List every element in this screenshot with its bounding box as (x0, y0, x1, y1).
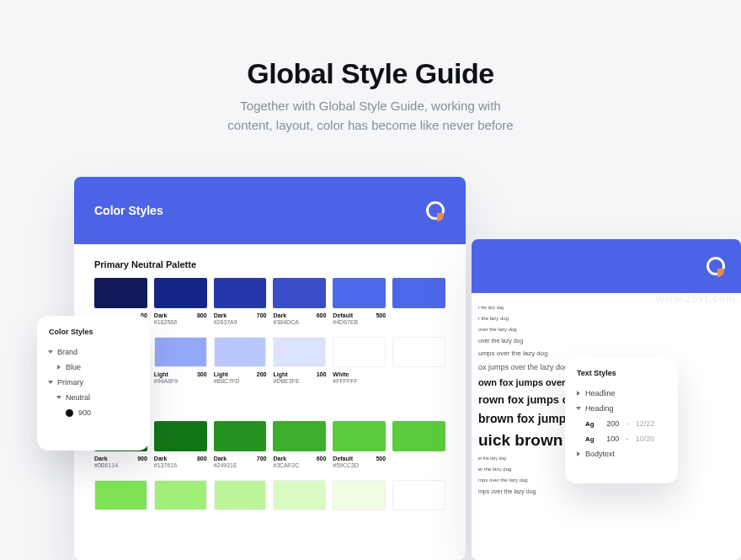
color-swatch[interactable] (154, 480, 207, 510)
color-swatch[interactable]: Default500#4D67EB (333, 278, 386, 325)
color-swatch[interactable]: Dark800#137616 (154, 421, 207, 468)
tree-item-primary[interactable]: Primary (49, 375, 138, 390)
chevron-down-icon (576, 407, 581, 410)
color-swatch[interactable] (392, 480, 445, 510)
color-swatch[interactable] (94, 480, 147, 510)
card-title: Color Styles (94, 204, 163, 217)
chevron-down-icon (48, 381, 53, 384)
color-styles-popover: Color Styles Brand Blue Primary Neutral … (37, 316, 150, 451)
popover-title: Text Styles (577, 369, 666, 377)
color-swatch[interactable]: Default500#59CC3D (333, 421, 386, 468)
brand-logo-icon (425, 200, 445, 221)
color-swatch[interactable] (273, 480, 326, 510)
tree-item-heading[interactable]: Heading (577, 401, 666, 416)
tree-item-900[interactable]: 900 (49, 405, 138, 420)
color-swatch[interactable] (392, 421, 445, 468)
section-primary-title: Primary Neutral Palette (74, 244, 466, 278)
color-swatch[interactable]: White#FFFFFF (333, 337, 386, 384)
type-sample: r the lazy dog (478, 316, 741, 321)
color-swatch[interactable]: Dark700#2637A9 (214, 278, 267, 325)
color-swatch[interactable] (333, 480, 386, 510)
success-swatch-row-2 (74, 473, 466, 510)
popover-title: Color Styles (49, 328, 138, 336)
card-header: Color Styles (74, 177, 466, 244)
color-swatch[interactable]: Dark600#384DCA (273, 278, 326, 325)
type-sample: umps over the lazy dog (478, 349, 741, 357)
tree-item-ag-100[interactable]: Ag 100 · 10/20 (577, 431, 666, 446)
type-sample: mps over the lazy dog (478, 488, 741, 494)
tree-item-brand[interactable]: Brand (49, 344, 138, 360)
color-swatch[interactable] (392, 278, 445, 325)
chevron-right-icon (577, 451, 580, 456)
type-sample: over the lazy dog (478, 327, 741, 332)
chevron-right-icon (57, 365, 61, 370)
tree-item-blue[interactable]: Blue (49, 360, 138, 375)
color-swatch[interactable]: Dark600#3CAF2C (273, 421, 326, 468)
page-title: Global Style Guide (0, 57, 741, 90)
tree-item-headline[interactable]: Headline (577, 386, 666, 401)
tree-item-bodytext[interactable]: Bodytext (577, 446, 666, 461)
color-swatch[interactable]: Dark800#182588 (154, 278, 207, 325)
type-sample: r the lazy dog (478, 305, 741, 310)
watermark: www.25xt.com (656, 293, 736, 305)
color-swatch[interactable] (392, 337, 445, 384)
color-swatch[interactable]: Dark700#24921E (214, 421, 267, 468)
page-subtitle: Together with Global Style Guide, workin… (0, 96, 741, 136)
swatch-dot-icon (66, 409, 73, 417)
color-swatch[interactable] (214, 480, 267, 510)
color-swatch[interactable]: Light300#94A8F9 (154, 337, 207, 384)
tree-item-neutral[interactable]: Neutral (49, 390, 138, 405)
chevron-down-icon (56, 396, 61, 399)
chevron-down-icon (48, 350, 53, 354)
tree-item-ag-200[interactable]: Ag 200 · 12/22 (577, 416, 666, 431)
color-swatch[interactable]: Light200#B8C7FD (214, 337, 267, 384)
card-header-secondary (472, 239, 741, 293)
text-styles-popover: Text Styles Headline Heading Ag 200 · 12… (565, 357, 678, 483)
brand-logo-icon (706, 256, 726, 276)
color-swatch[interactable]: Light100#DBE3FE (273, 337, 326, 384)
chevron-right-icon (577, 391, 580, 396)
type-sample: over the lazy dog (478, 338, 741, 344)
